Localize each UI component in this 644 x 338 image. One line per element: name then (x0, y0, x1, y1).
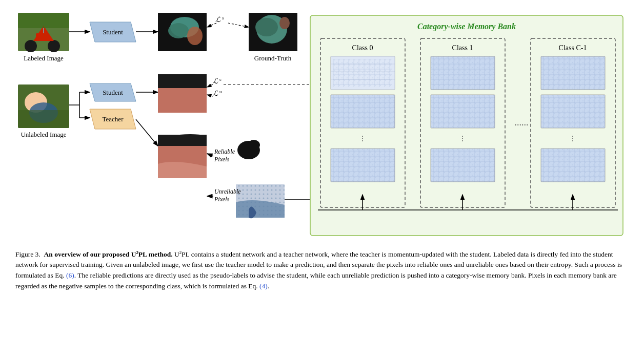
svg-point-19 (255, 18, 278, 36)
dots-label: ...... (515, 117, 529, 128)
diagram-area: Labeled Image Student ℒ s (15, 5, 629, 246)
svg-text:u: u (219, 89, 222, 94)
caption-bold: An overview of our proposed U2PL method. (44, 250, 173, 258)
svg-line-43 (207, 154, 213, 156)
svg-line-15 (207, 23, 216, 27)
class1-label: Class 1 (452, 44, 473, 52)
diagram-svg: Labeled Image Student ℒ s (15, 5, 629, 246)
unlabeled-image-label: Unlabeled Image (21, 131, 66, 138)
svg-text:⋮: ⋮ (459, 135, 466, 142)
svg-rect-75 (541, 95, 605, 128)
main-container: Labeled Image Student ℒ s (0, 0, 644, 297)
svg-rect-6 (18, 13, 69, 28)
svg-line-16 (228, 23, 249, 27)
classc1-label: Class C-1 (559, 44, 587, 52)
reliable-pixels-label: Reliable (214, 148, 235, 155)
student-label-top: Student (103, 28, 123, 36)
svg-line-39 (207, 95, 213, 96)
svg-point-2 (48, 40, 60, 52)
class0-label: Class 0 (352, 44, 373, 52)
svg-point-13 (187, 27, 203, 45)
figure-number: Figure 3. (15, 250, 41, 258)
caption-area: Figure 3. An overview of our proposed U2… (15, 246, 629, 292)
unreliable-label1: Unreliable (214, 188, 241, 195)
svg-rect-71 (431, 149, 495, 182)
reliable-pixels-label2: Pixels (214, 156, 230, 163)
svg-rect-42 (158, 135, 207, 146)
loss-u-label: ℒ (213, 90, 218, 97)
svg-rect-78 (541, 149, 605, 182)
svg-rect-4 (36, 33, 49, 41)
svg-point-1 (25, 40, 37, 52)
svg-text:⋮: ⋮ (359, 135, 366, 142)
svg-point-20 (279, 17, 290, 29)
svg-rect-66 (431, 56, 495, 90)
svg-rect-61 (331, 95, 395, 128)
svg-line-37 (207, 84, 213, 87)
teacher-label: Teacher (103, 115, 124, 123)
svg-rect-24 (18, 110, 69, 128)
svg-point-12 (168, 23, 189, 38)
loss-c-label: ℒ (213, 77, 218, 85)
svg-text:c: c (219, 77, 222, 82)
svg-rect-73 (541, 56, 605, 90)
svg-rect-68 (431, 95, 495, 128)
svg-rect-64 (331, 149, 395, 182)
svg-rect-59 (333, 59, 392, 87)
student-label-mid: Student (103, 89, 123, 96)
unreliable-label2: Pixels (214, 196, 230, 203)
labeled-image-label: Labeled Image (24, 54, 64, 62)
memory-bank-title: Category-wise Memory Bank (417, 22, 516, 31)
svg-line-32 (136, 119, 158, 146)
svg-text:⋮: ⋮ (569, 135, 576, 142)
svg-point-45 (248, 140, 260, 150)
loss-s-label: ℒ (215, 16, 221, 24)
ground-truth-label: Ground-Truth (254, 54, 292, 62)
svg-text:s: s (222, 15, 224, 20)
